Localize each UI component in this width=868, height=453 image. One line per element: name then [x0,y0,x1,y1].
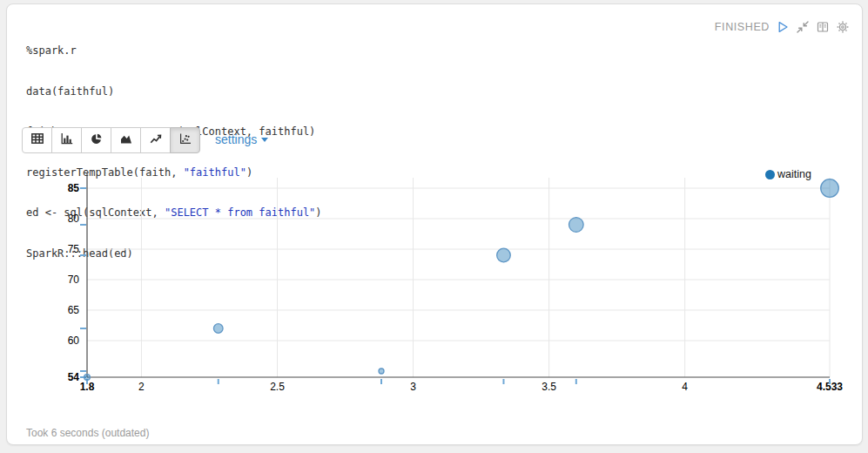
code-line: data(faithful) [26,85,322,99]
area-chart-button[interactable] [111,127,141,153]
line-chart-button[interactable] [140,127,171,153]
scatter-chart-button[interactable] [170,127,200,153]
code-text: %spark.r [26,44,77,57]
zeppelin-paragraph: %spark.r data(faithful) faith <- createD… [0,0,868,453]
code-text: SparkR:::head(ed) [26,247,133,260]
settings-label: settings [215,132,257,146]
scatter-chart-icon [178,132,192,149]
pie-chart-button[interactable] [81,127,111,153]
code-string-token: "faithful" [184,166,246,179]
code-text: registerTempTable(faith, [26,166,184,179]
code-text: ) [246,166,252,179]
book-icon[interactable] [816,20,830,34]
bar-chart-icon [60,132,74,149]
compress-icon[interactable] [796,20,810,34]
code-line: %spark.r [26,44,322,58]
code-line: ed <- sql(sqlContext, "SELECT * from fai… [26,206,322,220]
code-text: ) [315,206,321,219]
legend-series-dot [765,170,775,179]
code-line: registerTempTable(faith, "faithful") [26,166,322,180]
code-text: ed <- sql(sqlContext, [26,206,165,219]
chevron-down-icon [261,138,268,142]
chart-legend[interactable]: waiting [765,168,811,180]
pie-chart-icon [90,132,104,149]
table-icon [30,132,44,149]
legend-series-label: waiting [777,168,811,180]
code-text: data(faithful) [26,85,114,98]
gear-icon[interactable] [836,20,850,34]
table-button[interactable] [22,127,52,153]
status-badge: FINISHED [715,21,770,33]
bar-chart-button[interactable] [51,127,82,153]
paragraph-status-row: FINISHED [715,20,850,34]
code-string-token: "SELECT * from faithful" [165,206,315,219]
execution-time-note: Took 6 seconds (outdated) [26,427,149,439]
chart-type-toolbar [22,127,200,153]
code-line: SparkR:::head(ed) [26,247,322,261]
play-icon[interactable] [776,20,790,34]
settings-toggle[interactable]: settings [215,132,268,146]
area-chart-icon [119,132,133,149]
line-chart-icon [149,132,163,149]
